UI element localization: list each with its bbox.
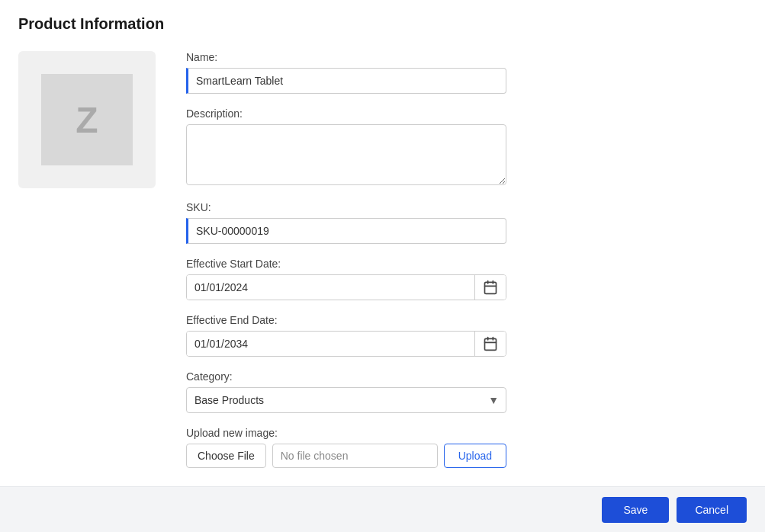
upload-label: Upload new image: bbox=[186, 427, 552, 439]
save-button[interactable]: Save bbox=[602, 497, 669, 523]
end-date-field-group: Effective End Date: bbox=[186, 314, 552, 357]
sku-field-group: SKU: bbox=[186, 201, 552, 244]
image-placeholder-inner: Z bbox=[41, 74, 133, 165]
cancel-button[interactable]: Cancel bbox=[677, 497, 747, 523]
footer-bar: Save Cancel bbox=[0, 486, 765, 532]
choose-file-button[interactable]: Choose File bbox=[186, 444, 266, 468]
category-select-wrapper: Base Products Electronics Accessories ▼ bbox=[186, 387, 506, 413]
description-textarea[interactable] bbox=[186, 124, 506, 185]
end-date-label: Effective End Date: bbox=[186, 314, 552, 326]
form-section: Name: Description: SKU: Effective Start … bbox=[186, 51, 552, 482]
end-date-input[interactable] bbox=[187, 332, 474, 356]
svg-rect-4 bbox=[485, 338, 497, 350]
page-title: Product Information bbox=[0, 0, 765, 51]
calendar-icon bbox=[483, 280, 498, 295]
start-date-label: Effective Start Date: bbox=[186, 258, 552, 270]
upload-button[interactable]: Upload bbox=[444, 444, 506, 468]
upload-row: Choose File No file chosen Upload bbox=[186, 444, 506, 468]
file-name-display: No file chosen bbox=[272, 444, 438, 468]
name-field-group: Name: bbox=[186, 51, 552, 94]
calendar-icon bbox=[483, 336, 498, 351]
category-label: Category: bbox=[186, 370, 552, 383]
category-select[interactable]: Base Products Electronics Accessories bbox=[186, 387, 506, 413]
svg-rect-0 bbox=[485, 282, 497, 293]
start-date-wrapper bbox=[186, 274, 506, 300]
start-date-input[interactable] bbox=[187, 275, 474, 300]
product-image-section: Z bbox=[18, 51, 156, 482]
category-field-group: Category: Base Products Electronics Acce… bbox=[186, 370, 552, 413]
name-label: Name: bbox=[186, 51, 552, 63]
name-input[interactable] bbox=[186, 68, 506, 94]
image-placeholder-letter: Z bbox=[76, 99, 98, 141]
end-date-calendar-button[interactable] bbox=[474, 332, 506, 356]
description-label: Description: bbox=[186, 107, 552, 120]
end-date-wrapper bbox=[186, 331, 506, 357]
start-date-field-group: Effective Start Date: bbox=[186, 258, 552, 300]
sku-label: SKU: bbox=[186, 201, 552, 213]
sku-input[interactable] bbox=[186, 218, 506, 244]
description-field-group: Description: bbox=[186, 107, 552, 187]
upload-field-group: Upload new image: Choose File No file ch… bbox=[186, 427, 552, 468]
start-date-calendar-button[interactable] bbox=[474, 275, 506, 300]
image-placeholder-outer: Z bbox=[18, 51, 156, 188]
